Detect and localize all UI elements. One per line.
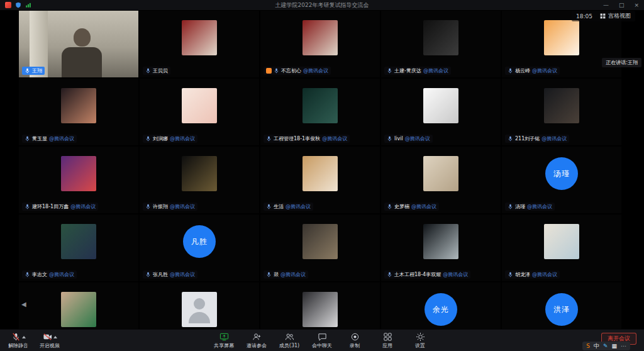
participant-avatar: [303, 292, 338, 327]
participant-tile[interactable]: 史梦楠@腾讯会议: [381, 147, 501, 213]
participant-name: 211刘子铭: [515, 135, 540, 142]
participant-name: 工程管理18-1李俊秋: [274, 135, 320, 142]
network-signal-icon: [25, 2, 31, 8]
participant-avatar: [423, 20, 458, 55]
participant-tile[interactable]: livil@腾讯会议: [381, 79, 501, 145]
mic-icon: [25, 204, 30, 209]
mic-icon: [387, 136, 392, 142]
meeting-suffix: @腾讯会议: [527, 203, 552, 210]
participant-tile[interactable]: [140, 282, 259, 330]
participant-tile[interactable]: 许振翔@腾讯会议: [140, 147, 259, 213]
participant-tile[interactable]: 工程管理18-1李俊秋@腾讯会议: [260, 79, 380, 145]
avatar-initials: 洪泽: [545, 293, 578, 326]
participant-name: 燚: [274, 271, 279, 278]
mic-icon: [508, 204, 513, 209]
mic-menu-caret[interactable]: [22, 336, 26, 338]
participant-avatar: [544, 88, 579, 123]
mic-muted-icon: [11, 332, 21, 342]
participant-tile[interactable]: 王贝贝: [140, 11, 259, 77]
participant-avatar: [423, 156, 458, 191]
participant-tile[interactable]: 土木工程18-4李双耀@腾讯会议: [381, 214, 501, 281]
meeting-suffix: @腾讯会议: [280, 271, 306, 278]
close-button[interactable]: ×: [634, 0, 639, 10]
avatar-initials: 余光: [425, 293, 457, 326]
maximize-button[interactable]: □: [619, 0, 625, 10]
meeting-suffix: @腾讯会议: [443, 271, 468, 278]
unmute-button[interactable]: 解除静音: [8, 332, 29, 349]
apps-button[interactable]: 应用: [377, 332, 398, 349]
participant-tile[interactable]: 胡龙泽@腾讯会议: [502, 214, 621, 281]
participant-tile[interactable]: 凡胜张凡胜@腾讯会议: [140, 214, 259, 281]
mic-icon: [25, 136, 30, 142]
meeting-suffix: @腾讯会议: [70, 203, 96, 210]
participant-tile[interactable]: 建环18-1田万鑫@腾讯会议: [19, 147, 138, 213]
handwriting-icon[interactable]: ✎: [603, 342, 608, 350]
raised-hand-icon: [266, 68, 272, 74]
ime-more-icon[interactable]: ⋯: [621, 342, 626, 350]
participant-name: 史梦楠: [394, 203, 409, 210]
share-screen-button[interactable]: 共享屏幕: [213, 332, 235, 349]
meeting-suffix: @腾讯会议: [303, 67, 328, 74]
invite-button[interactable]: 邀请参会: [246, 332, 267, 349]
participant-name: 汤瑾: [515, 203, 525, 210]
participant-tile[interactable]: 余光: [381, 282, 501, 330]
prev-page-button[interactable]: ◀: [21, 301, 26, 308]
participant-tile[interactable]: 土建-黄庆达@腾讯会议: [381, 11, 501, 77]
members-button[interactable]: 成员(31): [279, 332, 300, 349]
titlebar: 土建学院2022年考研复试指导交流会 — □ ×: [0, 0, 644, 10]
video-menu-caret[interactable]: [53, 336, 57, 338]
participant-name-label: 王贝贝: [143, 67, 170, 75]
mic-icon: [266, 136, 272, 142]
participant-name-label: 胡龙泽@腾讯会议: [505, 270, 560, 279]
meeting-toolbar: 解除静音 开启视频 共享屏幕 邀请参会 成员(31) 会中聊天: [0, 329, 644, 351]
apps-icon: [383, 332, 392, 342]
apps-label: 应用: [382, 342, 392, 349]
meeting-suffix: @腾讯会议: [170, 135, 195, 142]
participant-name: 刘润娜: [153, 135, 168, 142]
participant-tile[interactable]: 李志文@腾讯会议: [19, 214, 138, 281]
participant-avatar: [182, 88, 217, 123]
record-label: 录制: [350, 342, 360, 349]
sogou-logo-icon[interactable]: S: [586, 342, 590, 350]
share-screen-label: 共享屏幕: [214, 342, 234, 349]
participant-avatar: [544, 20, 579, 55]
participant-tile[interactable]: [19, 282, 138, 330]
participant-avatar: [61, 224, 96, 259]
chat-icon: [318, 332, 327, 342]
keyboard-icon[interactable]: ▦: [611, 342, 617, 350]
participant-name-label: 张凡胜@腾讯会议: [143, 270, 197, 279]
start-video-button[interactable]: 开启视频: [39, 332, 60, 349]
meeting-title: 土建学院2022年考研复试指导交流会: [0, 0, 644, 10]
invite-icon: [252, 332, 262, 342]
participant-tile[interactable]: 王翔: [19, 11, 138, 77]
participant-tile[interactable]: 不忘初心@腾讯会议: [260, 11, 380, 77]
view-toggle-button[interactable]: 宫格视图: [600, 12, 631, 20]
meeting-app-icon: [5, 2, 11, 8]
settings-button[interactable]: 设置: [409, 332, 431, 349]
participant-name-label: 汤瑾@腾讯会议: [505, 203, 555, 211]
input-lang-icon[interactable]: 中: [594, 342, 599, 350]
participant-tile[interactable]: 燚@腾讯会议: [260, 214, 380, 281]
participant-tile[interactable]: 黄玉显@腾讯会议: [19, 79, 138, 145]
participant-name-label: 史梦楠@腾讯会议: [384, 203, 439, 211]
mic-icon: [145, 204, 151, 209]
avatar-initials: 汤瑾: [545, 157, 578, 190]
participant-tile[interactable]: 汤瑾汤瑾@腾讯会议: [502, 147, 621, 213]
participant-tile[interactable]: 刘润娜@腾讯会议: [140, 79, 259, 145]
minimize-button[interactable]: —: [603, 0, 609, 10]
participant-name-label: 工程管理18-1李俊秋@腾讯会议: [264, 135, 350, 143]
participant-name-label: 生活@腾讯会议: [264, 203, 313, 211]
participant-name: 黄玉显: [32, 135, 47, 142]
mic-icon: [508, 68, 513, 74]
participant-tile[interactable]: [260, 282, 380, 330]
mic-icon: [508, 272, 513, 277]
participant-tile[interactable]: 洪泽: [502, 282, 621, 330]
video-grid-stage: 王翔王贝贝不忘初心@腾讯会议土建-黄庆达@腾讯会议杨云峰@腾讯会议黄玉显@腾讯会…: [0, 10, 644, 330]
participant-tile[interactable]: 211刘子铭@腾讯会议: [502, 79, 621, 145]
participant-name: 王翔: [32, 67, 42, 74]
participant-name: 生活: [274, 203, 284, 210]
record-button[interactable]: 录制: [344, 332, 365, 349]
participant-tile[interactable]: 生活@腾讯会议: [260, 147, 380, 213]
chat-button[interactable]: 会中聊天: [311, 332, 333, 349]
grid-view-icon: [600, 13, 606, 19]
